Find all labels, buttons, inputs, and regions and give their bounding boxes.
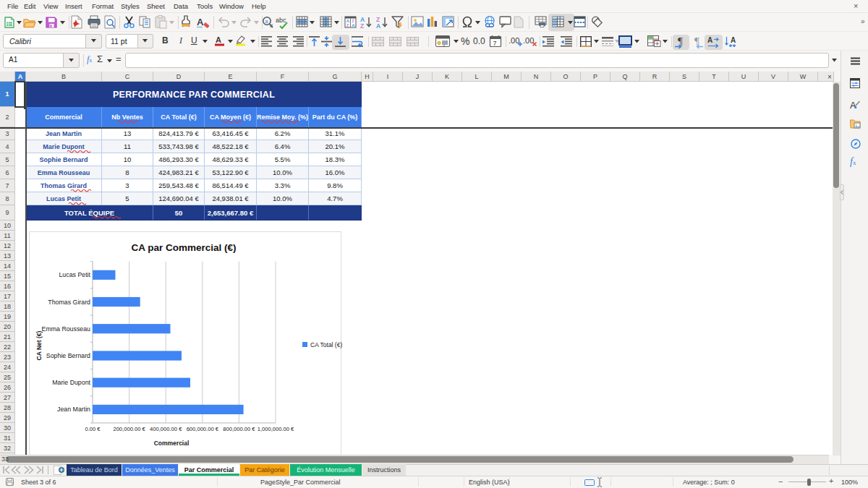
svg-text:200,000.00 €: 200,000.00 € [113,426,145,432]
svg-text:¶: ¶ [678,35,683,47]
svg-text:Jean Martin: Jean Martin [57,406,90,413]
svg-text:Marie Dupont: Marie Dupont [52,379,90,386]
svg-text:CA Net (€): CA Net (€) [35,330,43,360]
svg-text:CA par Commercial (€): CA par Commercial (€) [131,242,236,253]
svg-text:.00: .00 [509,36,519,45]
svg-text:A: A [376,22,380,30]
svg-text:Z: Z [360,22,364,30]
svg-text:abc: abc [276,17,286,24]
svg-text:CA Total (€): CA Total (€) [310,341,342,348]
svg-text:Lucas Petit: Lucas Petit [59,271,90,278]
svg-text:Emma Rousseau: Emma Rousseau [42,325,91,333]
svg-text:Z: Z [346,23,349,27]
svg-text:a: a [265,19,268,24]
svg-text:1,000,000.00 €: 1,000,000.00 € [258,426,294,432]
svg-text:Thomas Girard: Thomas Girard [48,299,90,306]
svg-text:A: A [707,36,712,44]
svg-text:A: A [352,23,355,27]
svg-text:.00: .00 [523,36,534,45]
svg-text:A: A [197,17,204,27]
svg-text:400,000.00 €: 400,000.00 € [150,426,182,432]
svg-text:0.00 €: 0.00 € [85,426,101,432]
svg-text:A: A [216,35,221,44]
svg-text:800,000.00 €: 800,000.00 € [223,426,255,432]
svg-text:Sophie Bernard: Sophie Bernard [46,352,90,359]
svg-text:Commercial: Commercial [154,440,190,447]
svg-text:d: d [270,23,273,28]
svg-text:A: A [731,36,736,44]
svg-text:600,000.00 €: 600,000.00 € [187,426,219,432]
svg-text:7: 7 [493,40,497,47]
